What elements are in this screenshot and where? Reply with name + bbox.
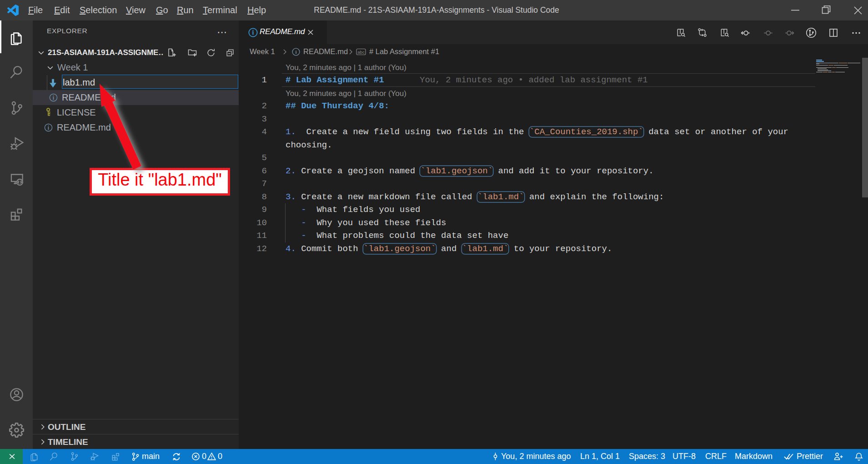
svg-text:i: i xyxy=(48,125,50,131)
svg-text:i: i xyxy=(252,29,254,36)
svg-text:abc: abc xyxy=(357,50,365,55)
svg-text:i: i xyxy=(295,49,296,55)
svg-text:i: i xyxy=(53,95,55,101)
